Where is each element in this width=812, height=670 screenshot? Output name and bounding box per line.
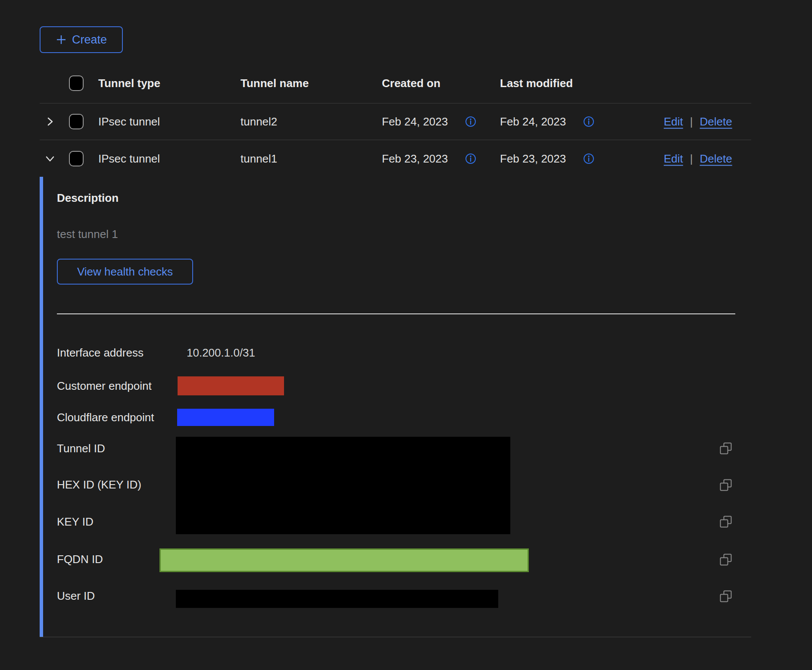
edit-link[interactable]: Edit [664,152,683,165]
plus-icon [56,34,67,45]
chevron-right-icon [44,116,56,127]
copy-icon [719,515,732,528]
field-label-tunnel-id: Tunnel ID [57,441,105,455]
create-button-label: Create [72,33,107,47]
field-label-interface-address: Interface address [57,346,144,360]
redaction-block-cloudflare-endpoint [177,409,274,426]
action-separator: | [690,152,693,165]
tunnel-name-cell: tunnel1 [240,152,277,165]
redaction-block-ids [176,437,510,534]
field-label-hex-id: HEX ID (KEY ID) [57,478,141,492]
copy-tunnel-id-button[interactable] [719,441,733,455]
redaction-block-user-id [176,590,498,608]
section-divider [57,313,735,314]
field-label-fqdn-id: FQDN ID [57,552,103,566]
info-icon [583,116,595,128]
field-label-user-id: User ID [57,589,95,603]
description-label: Description [57,191,119,205]
copy-key-id-button[interactable] [719,515,733,529]
last-modified-cell: Feb 24, 2023 [500,115,566,128]
redaction-block-customer-endpoint [178,376,284,395]
table-row: IPsec tunnel tunnel1 Feb 23, 2023 Feb 23… [40,140,751,177]
view-health-checks-button[interactable]: View health checks [57,259,193,285]
edit-link[interactable]: Edit [664,115,683,128]
table-row: IPsec tunnel tunnel2 Feb 24, 2023 Feb 24… [40,103,751,140]
row-expander[interactable] [42,151,58,166]
last-modified-info-icon[interactable] [583,153,595,165]
chevron-down-icon [44,153,56,164]
copy-icon [719,479,732,492]
column-header-last-modified: Last modified [500,76,573,90]
copy-fqdn-id-button[interactable] [719,553,733,567]
expanded-panel: Description test tunnel 1 View health ch… [40,177,751,637]
copy-icon [719,590,732,603]
row-expander[interactable] [42,114,58,129]
field-label-cloudflare-endpoint: Cloudflare endpoint [57,410,154,424]
last-modified-info-icon[interactable] [583,116,595,128]
action-separator: | [690,115,693,128]
field-label-key-id: KEY ID [57,515,94,529]
last-modified-cell: Feb 23, 2023 [500,152,566,165]
table-header-row: Tunnel type Tunnel name Created on Last … [40,63,751,103]
column-header-created-on: Created on [382,76,440,90]
row-checkbox[interactable] [69,114,84,129]
column-header-tunnel-name: Tunnel name [240,76,309,90]
delete-link[interactable]: Delete [700,152,732,165]
tunnel-name-cell: tunnel2 [240,115,277,128]
expanded-accent-bar [40,177,43,637]
select-all-checkbox[interactable] [69,75,84,91]
delete-link[interactable]: Delete [700,115,732,128]
created-on-info-icon[interactable] [465,116,477,128]
field-label-customer-endpoint: Customer endpoint [57,379,152,393]
row-checkbox[interactable] [69,151,84,166]
copy-icon [719,553,732,566]
redaction-block-fqdn-id [159,548,529,572]
tunnel-type-cell: IPsec tunnel [98,152,160,165]
info-icon [465,153,477,165]
description-value: test tunnel 1 [57,227,118,241]
created-on-cell: Feb 24, 2023 [382,115,448,128]
created-on-info-icon[interactable] [465,153,477,165]
field-value-interface-address: 10.200.1.0/31 [187,346,255,360]
column-header-tunnel-type: Tunnel type [98,76,160,90]
create-button[interactable]: Create [40,26,123,53]
created-on-cell: Feb 23, 2023 [382,152,448,165]
copy-hex-id-button[interactable] [719,478,733,492]
tunnels-page: Create Tunnel type Tunnel name Created o… [0,0,812,670]
tunnel-type-cell: IPsec tunnel [98,115,160,128]
copy-icon [719,442,732,455]
info-icon [583,153,595,165]
copy-user-id-button[interactable] [719,589,733,603]
info-icon [465,116,477,128]
